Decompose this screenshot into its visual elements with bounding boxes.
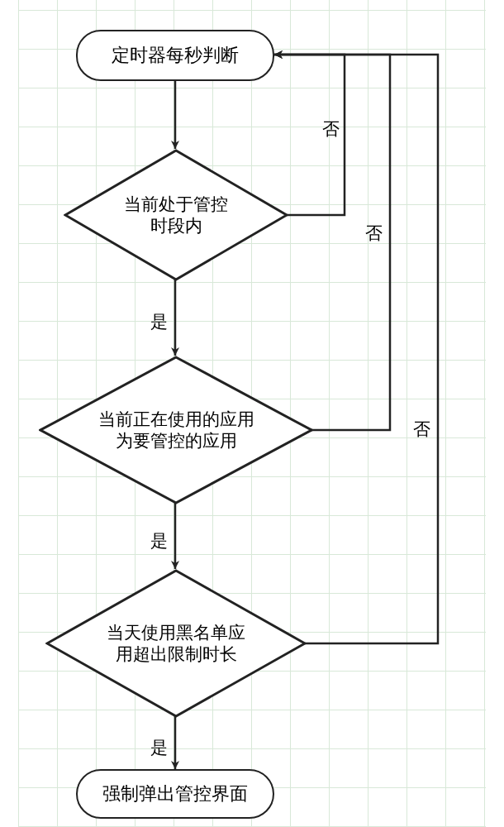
node-decision-2: 当前正在使用的应用 为要管控的应用 xyxy=(39,356,313,504)
edge-label-no-1: 否 xyxy=(322,117,340,141)
node-decision-1: 当前处于管控 时段内 xyxy=(64,149,288,281)
text-line: 时段内 xyxy=(150,216,202,235)
edge-label-no-2: 否 xyxy=(365,222,383,245)
node-decision-2-label: 当前正在使用的应用 为要管控的应用 xyxy=(98,409,254,452)
text-line: 当前正在使用的应用 xyxy=(98,409,254,428)
node-end: 强制弹出管控界面 xyxy=(76,769,274,819)
edge-label-no-3: 否 xyxy=(413,418,430,441)
text-line: 当前处于管控 xyxy=(124,194,228,213)
edge-label-yes-2: 是 xyxy=(150,529,168,552)
edge-label-yes-1: 是 xyxy=(150,310,168,333)
node-start: 定时器每秒判断 xyxy=(76,30,274,81)
node-decision-3: 当天使用黑名单应 用超出限制时长 xyxy=(45,569,307,718)
node-end-label: 强制弹出管控界面 xyxy=(102,783,248,805)
edge-label-yes-3: 是 xyxy=(150,736,168,759)
text-line: 为要管控的应用 xyxy=(116,431,237,450)
flowchart-canvas: 定时器每秒判断 当前处于管控 时段内 当前正在使用的应用 为要管控的应用 当天使… xyxy=(18,0,486,827)
node-decision-1-label: 当前处于管控 时段内 xyxy=(124,194,228,237)
node-decision-3-label: 当天使用黑名单应 用超出限制时长 xyxy=(107,622,245,666)
text-line: 用超出限制时长 xyxy=(116,644,237,663)
text-line: 当天使用黑名单应 xyxy=(107,623,245,642)
node-start-label: 定时器每秒判断 xyxy=(112,45,239,66)
